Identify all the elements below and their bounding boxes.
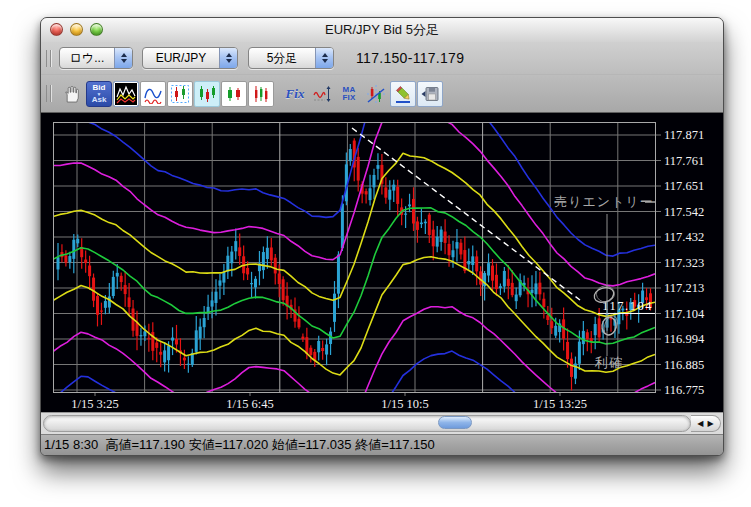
chart-type-dropdown-value: ロウ... (60, 48, 114, 68)
chart-type-dropdown[interactable]: ロウ... (59, 47, 133, 69)
line-chart-button[interactable] (140, 81, 166, 107)
x-axis-label: 1/15 13:25 (533, 397, 587, 411)
line-chart-icon (143, 84, 163, 104)
candlestick-grid-button[interactable] (167, 81, 193, 107)
zoom-button[interactable] (90, 23, 103, 36)
candlestick-grid-icon (170, 84, 190, 104)
y-axis-label: 117.323 (664, 256, 704, 270)
scrollbar-track[interactable] (43, 415, 691, 432)
draw-pencil-button[interactable] (390, 81, 416, 107)
hand-icon (62, 84, 82, 104)
candlestick-style3-icon (251, 84, 271, 104)
status-text: 1/15 8:30 高値=117.190 安値=117.020 始値=117.0… (41, 436, 435, 454)
multi-line-chart-button[interactable] (113, 81, 139, 107)
bid-ask-toggle-button[interactable]: Bid ▼ Ask (86, 81, 112, 107)
traffic-lights (50, 23, 103, 36)
candlestick-style2-button[interactable] (221, 81, 247, 107)
y-axis-label: 117.542 (664, 205, 704, 219)
trendline-chart-button[interactable] (363, 81, 389, 107)
close-button[interactable] (50, 23, 63, 36)
y-axis-label: 117.213 (664, 281, 704, 295)
auto-scale-button[interactable] (309, 81, 335, 107)
y-axis-label: 117.432 (664, 230, 704, 244)
current-price-label: 117.104 (602, 299, 653, 313)
y-axis-label: 116.885 (664, 358, 704, 372)
candlestick-icon (197, 84, 217, 104)
x-axis-label: 1/15 6:45 (226, 397, 274, 411)
floppy-disk-icon (420, 84, 440, 104)
window-title: EUR/JPY Bid 5分足 (41, 21, 723, 39)
chart-panel: 117.871117.761117.651117.542117.432117.3… (41, 113, 723, 412)
x-axis-label: 1/15 10:5 (381, 397, 429, 411)
scrollbar-arrows: ◀ ▶ (691, 415, 721, 432)
drag-grip-icon[interactable] (46, 85, 51, 102)
scroll-left-button[interactable]: ◀ (697, 420, 703, 428)
h-scrollbar: ◀ ▶ (41, 412, 723, 434)
quote-text: 117.150-117.179 (356, 50, 464, 66)
candlestick-trendline-icon (366, 84, 386, 104)
wave-arrows-icon (312, 84, 332, 104)
desktop: EUR/JPY Bid 5分足 ロウ... EUR/JPY 5分足 117.15… (0, 0, 751, 507)
dropdown-arrows-icon (315, 48, 333, 68)
fix-label: Fix (286, 86, 305, 102)
y-axis-label: 117.871 (664, 128, 704, 142)
toolbar: Bid ▼ Ask (41, 74, 723, 113)
drag-grip-icon[interactable] (46, 50, 51, 67)
fix-scale-button[interactable]: Fix (282, 81, 308, 107)
y-axis-label: 117.104 (664, 307, 705, 321)
candlestick-chart-button[interactable] (194, 81, 220, 107)
y-axis-label: 117.651 (664, 179, 704, 193)
timeframe-dropdown-value: 5分足 (249, 48, 315, 68)
minimize-button[interactable] (70, 23, 83, 36)
pan-tool-button[interactable] (59, 81, 85, 107)
symbol-dropdown[interactable]: EUR/JPY (142, 47, 238, 69)
pencil-icon (393, 84, 413, 104)
symbol-dropdown-value: EUR/JPY (143, 48, 219, 68)
title-bar[interactable]: EUR/JPY Bid 5分足 (41, 18, 723, 42)
multi-line-chart-icon (116, 84, 136, 104)
dropdown-arrows-icon (114, 48, 132, 68)
chart-svg[interactable]: 117.871117.761117.651117.542117.432117.3… (41, 113, 721, 412)
ask-label: Ask (92, 96, 107, 104)
app-window: EUR/JPY Bid 5分足 ロウ... EUR/JPY 5分足 117.15… (40, 17, 724, 456)
timeframe-dropdown[interactable]: 5分足 (248, 47, 334, 69)
scrollbar-thumb[interactable] (438, 416, 472, 429)
ma-fix-button[interactable]: MA FIX (336, 81, 362, 107)
candlestick-style3-button[interactable] (248, 81, 274, 107)
y-axis-label: 116.994 (664, 332, 705, 346)
controls-bar: ロウ... EUR/JPY 5分足 117.150-117.179 (41, 42, 723, 74)
y-axis-label: 116.775 (664, 383, 704, 397)
take-profit-annotation: 利確 (594, 355, 623, 370)
y-axis-label: 117.761 (664, 154, 704, 168)
fix2-label: FIX (342, 94, 355, 102)
save-button[interactable] (417, 81, 443, 107)
x-axis-label: 1/15 3:25 (71, 397, 119, 411)
candlestick-style2-icon (224, 84, 244, 104)
status-bar: 1/15 8:30 高値=117.190 安値=117.020 始値=117.0… (41, 434, 723, 455)
sell-entry-annotation: 売りエントリー (554, 194, 654, 209)
dropdown-arrows-icon (219, 48, 237, 68)
scroll-right-button[interactable]: ▶ (708, 420, 714, 428)
